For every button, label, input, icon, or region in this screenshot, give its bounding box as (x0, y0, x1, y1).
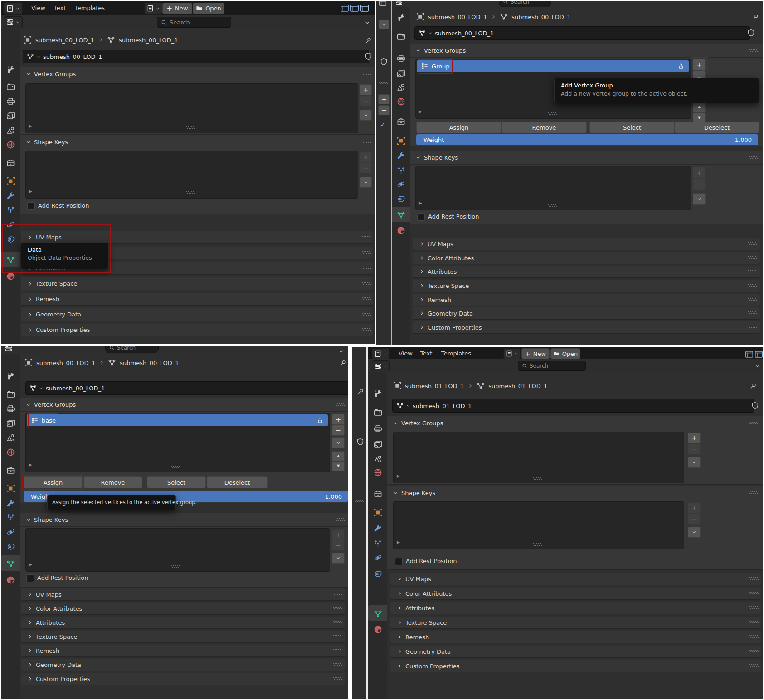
panel-row-custom-properties[interactable]: Custom Properties (390, 660, 761, 672)
panel-row-uv-maps[interactable]: UV Maps (390, 573, 761, 585)
panel-grip[interactable] (748, 326, 757, 329)
collapse-chevron-button[interactable] (379, 20, 389, 29)
editor-type-button-2[interactable] (144, 2, 162, 15)
tab-world[interactable] (5, 139, 16, 150)
search-input-partial[interactable]: Search (105, 346, 159, 353)
workspace-layout-icon-3[interactable] (763, 349, 763, 360)
panel-grip[interactable] (748, 311, 757, 315)
select-button[interactable]: Select (147, 476, 206, 488)
editor-type-button[interactable] (4, 2, 23, 15)
tab-modifiers[interactable] (5, 497, 16, 508)
corner-resize-handle[interactable]: ▶ (397, 540, 400, 544)
vertex-group-specials-button[interactable] (688, 457, 701, 468)
lock-open-icon[interactable] (316, 417, 323, 424)
panel-grip[interactable] (749, 635, 758, 638)
list-resize-grip[interactable] (548, 112, 556, 116)
tab-particles[interactable] (5, 204, 16, 215)
panel-row-color-attributes[interactable]: Color Attributes (413, 252, 760, 264)
tab-particles[interactable] (5, 512, 16, 523)
panel-row-custom-properties[interactable]: Custom Properties (21, 673, 345, 685)
tab-physics[interactable] (395, 179, 406, 190)
tab-render[interactable] (5, 81, 16, 92)
vertex-groups-header[interactable]: Vertex Groups (410, 44, 763, 58)
breadcrumb-object[interactable]: submesh_00_LOD_1 (36, 360, 95, 366)
properties-editor-type-button[interactable] (372, 360, 390, 371)
panel-grip[interactable] (749, 422, 757, 425)
deselect-button[interactable]: Deselect (675, 122, 759, 133)
panel-row-color-attributes[interactable]: Color Attributes (390, 588, 761, 599)
shape-key-specials-button[interactable] (360, 177, 372, 188)
tab-modifiers[interactable] (395, 150, 406, 160)
tab-render[interactable] (372, 407, 383, 418)
remove-button[interactable]: Remove (501, 122, 587, 133)
new-button[interactable]: + New (162, 3, 192, 14)
vertex-group-remove-button[interactable]: − (688, 443, 701, 454)
breadcrumb-mesh[interactable]: submesh_00_LOD_1 (120, 360, 179, 366)
vertex-group-move-down-button[interactable]: ▼ (332, 461, 345, 471)
corner-resize-handle[interactable]: ▶ (419, 110, 422, 114)
tab-physics[interactable] (5, 526, 16, 537)
panel-grip[interactable] (336, 518, 344, 521)
panel-grip[interactable] (749, 156, 758, 159)
tab-tool[interactable] (5, 64, 16, 75)
pin-icon[interactable] (748, 381, 759, 392)
vertex-group-remove-button[interactable]: − (332, 425, 345, 436)
fake-user-shield-button[interactable] (749, 400, 760, 411)
tab-collection[interactable] (372, 488, 383, 499)
vertex-group-remove-button[interactable]: − (360, 95, 372, 106)
panel-grip[interactable] (333, 663, 341, 666)
search-input[interactable]: Search (518, 361, 586, 371)
tab-modifiers[interactable] (372, 522, 383, 533)
panel-grip[interactable] (748, 256, 757, 259)
editor-type-button-2[interactable] (503, 348, 521, 359)
breadcrumb-object[interactable]: submesh_00_LOD_1 (35, 37, 94, 44)
vertex-group-move-up-button[interactable]: ▲ (332, 451, 345, 461)
panel-grip[interactable] (749, 664, 758, 667)
panel-grip[interactable] (748, 298, 757, 301)
tab-world[interactable] (395, 96, 406, 107)
panel-grip[interactable] (748, 242, 757, 245)
pin-icon[interactable] (363, 35, 374, 46)
tab-constraints[interactable] (372, 568, 383, 579)
breadcrumb-mesh[interactable]: submesh_00_LOD_1 (511, 14, 570, 20)
workspace-layout-icon-3[interactable] (359, 3, 370, 14)
header-collapse-chevron[interactable] (362, 17, 373, 28)
tab-object[interactable] (5, 483, 16, 494)
panel-row-texture-space[interactable]: Texture Space (413, 280, 760, 292)
open-button[interactable]: Open (193, 3, 224, 14)
menu-text[interactable]: Text (49, 1, 71, 15)
panel-grip[interactable] (362, 328, 370, 331)
tab-view-layer[interactable] (372, 439, 383, 450)
tab-output[interactable] (5, 403, 16, 414)
vertex-group-add-button[interactable]: + (693, 59, 706, 71)
shape-keys-header[interactable]: Shape Keys (20, 135, 375, 149)
panel-row-uv-maps[interactable]: UV Maps (21, 231, 373, 243)
fake-user-shield-button[interactable] (745, 27, 756, 38)
shape-key-specials-button[interactable] (688, 527, 701, 538)
shape-keys-header[interactable]: Shape Keys (410, 151, 763, 165)
tab-scene[interactable] (372, 453, 383, 464)
vertex-groups-header[interactable]: Vertex Groups (20, 67, 375, 81)
shape-keys-header[interactable]: Shape Keys (20, 513, 348, 527)
search-input-partial[interactable]: Search (499, 1, 551, 7)
corner-resize-handle[interactable]: ▶ (29, 463, 32, 467)
list-resize-grip[interactable] (171, 466, 180, 469)
corner-resize-handle[interactable]: ▶ (29, 563, 32, 567)
tab-scene[interactable] (395, 82, 406, 92)
vertex-group-add-button[interactable]: + (332, 414, 345, 425)
corner-resize-handle[interactable]: ▶ (29, 124, 32, 128)
list-resize-grip[interactable] (186, 126, 195, 129)
panel-row-uv-maps[interactable]: UV Maps (21, 588, 345, 600)
shape-keys-header[interactable]: Shape Keys (387, 486, 763, 500)
panel-row-remesh[interactable]: Remesh (413, 294, 760, 306)
panel-row-uv-maps[interactable]: UV Maps (413, 238, 760, 250)
tab-material[interactable] (5, 574, 16, 585)
shape-key-remove-button[interactable]: − (693, 179, 706, 190)
panel-grip[interactable] (749, 621, 758, 624)
tab-object[interactable] (5, 175, 16, 186)
panel-grip[interactable] (749, 592, 758, 595)
shape-key-remove-button[interactable]: − (332, 540, 345, 551)
shape-key-specials-button[interactable] (332, 553, 345, 564)
deselect-button[interactable]: Deselect (207, 476, 268, 488)
panel-grip[interactable] (333, 677, 341, 680)
